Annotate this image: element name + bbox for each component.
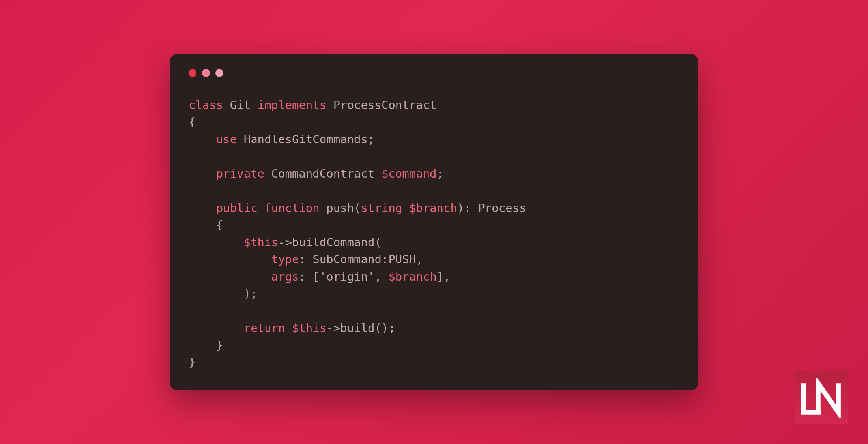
minimize-icon[interactable]	[202, 69, 210, 77]
keyword-return: return	[244, 321, 285, 335]
brace-open: {	[216, 218, 223, 232]
variable: $command	[382, 167, 437, 180]
paren-open: (	[354, 201, 361, 215]
string-literal: 'origin'	[320, 270, 375, 283]
keyword-function: function	[264, 201, 320, 215]
colon: :	[464, 201, 471, 215]
brace-close: }	[189, 356, 195, 369]
keyword-private: private	[216, 167, 264, 180]
keyword-class: class	[189, 98, 223, 112]
scope-sep: :	[382, 253, 388, 266]
variable: $branch	[388, 270, 436, 283]
type-name: CommandContract	[271, 167, 375, 180]
comma: ,	[416, 253, 423, 266]
brace-close: }	[216, 339, 223, 352]
named-arg: type	[271, 253, 299, 266]
maximize-icon[interactable]	[215, 69, 223, 77]
colon: :	[299, 253, 305, 266]
semicolon: ;	[368, 133, 374, 146]
code-window: class Git implements ProcessContract { u…	[170, 54, 698, 390]
keyword-use: use	[216, 133, 237, 146]
arrow: ->	[326, 321, 340, 335]
paren-open: (	[374, 236, 381, 249]
keyword-public: public	[216, 201, 258, 215]
method-name: build	[340, 321, 374, 335]
brace-open: {	[189, 115, 195, 129]
window-controls	[189, 69, 679, 77]
bracket-close: ]	[437, 270, 443, 283]
this-var: $this	[292, 321, 326, 335]
param-type: string	[361, 201, 402, 215]
this-var: $this	[244, 236, 278, 249]
comma: ,	[374, 270, 381, 283]
keyword-implements: implements	[258, 98, 327, 112]
method-name: buildCommand	[292, 236, 375, 249]
code-content: class Git implements ProcessContract { u…	[189, 97, 679, 371]
colon: :	[299, 270, 305, 283]
call-close: ();	[374, 321, 395, 335]
function-name: push	[326, 201, 354, 215]
paren-close: );	[244, 287, 258, 300]
paren-close: )	[457, 201, 464, 215]
named-arg: args	[271, 270, 299, 283]
constant: PUSH	[388, 253, 416, 266]
close-icon[interactable]	[189, 69, 196, 77]
logo	[795, 371, 848, 424]
comma: ,	[443, 270, 450, 283]
interface-name: ProcessContract	[333, 98, 437, 112]
bracket-open: [	[312, 270, 319, 283]
return-type: Process	[478, 201, 526, 215]
class-name: Git	[230, 98, 251, 112]
arrow: ->	[278, 236, 292, 249]
param-var: $branch	[409, 201, 457, 215]
trait-name: HandlesGitCommands	[244, 133, 368, 146]
semicolon: ;	[437, 167, 443, 180]
logo-icon	[799, 378, 844, 418]
class-ref: SubCommand	[312, 253, 382, 266]
